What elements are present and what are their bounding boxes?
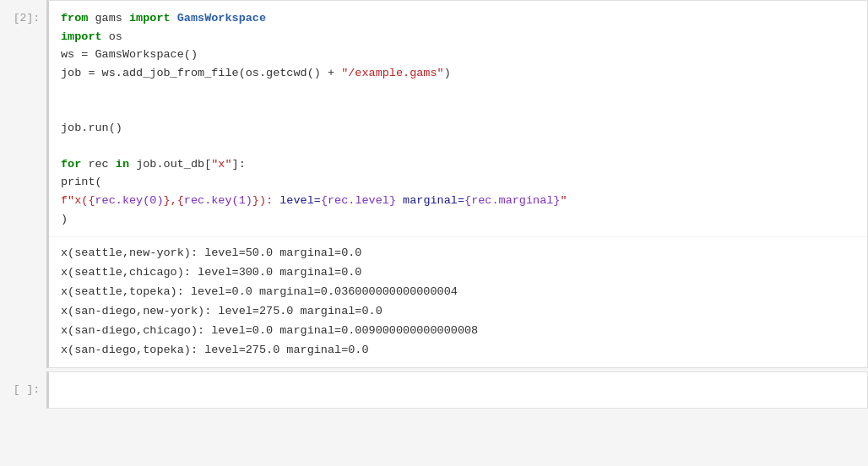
code-line: print( [61,173,855,192]
code-line: ws = GamsWorkspace() [61,46,855,64]
code-line: job = ws.add_job_from_file(os.getcwd() +… [61,64,855,83]
cell-label-2: [2]: [0,0,46,33]
output-line: x(seattle,topeka): level=0.0 marginal=0.… [61,283,855,302]
notebook: [2]: from gams import GamsWorkspaceimpor… [0,0,868,409]
output-line: x(seattle,new-york): level=50.0 marginal… [61,244,855,263]
code-line: job.run() [61,119,855,138]
output-line: x(san-diego,chicago): level=0.0 marginal… [61,322,855,341]
cell-content-empty[interactable] [46,371,868,409]
cell-empty: [ ]: [0,371,868,409]
cell-content-2[interactable]: from gams import GamsWorkspaceimport osw… [46,0,868,368]
code-line [61,82,855,100]
code-editor-2[interactable]: from gams import GamsWorkspaceimport osw… [49,1,867,236]
code-editor-empty[interactable] [49,372,867,409]
output-line: x(san-diego,new-york): level=275.0 margi… [61,302,855,322]
code-line: f"x({rec.key(0)},{rec.key(1)}): level={r… [61,192,855,210]
code-line: ) [61,210,855,229]
output-area-2: x(seattle,new-york): level=50.0 marginal… [49,236,867,367]
code-line: from gams import GamsWorkspace [61,9,855,28]
output-line: x(san-diego,topeka): level=275.0 margina… [61,341,855,360]
code-line: for rec in job.out_db["x"]: [61,155,855,174]
cell-label-empty: [ ]: [0,371,46,404]
code-line [61,137,855,155]
output-line: x(seattle,chicago): level=300.0 marginal… [61,263,855,283]
code-line: import os [61,28,855,46]
cell-2: [2]: from gams import GamsWorkspaceimpor… [0,0,868,368]
code-line [61,100,855,119]
